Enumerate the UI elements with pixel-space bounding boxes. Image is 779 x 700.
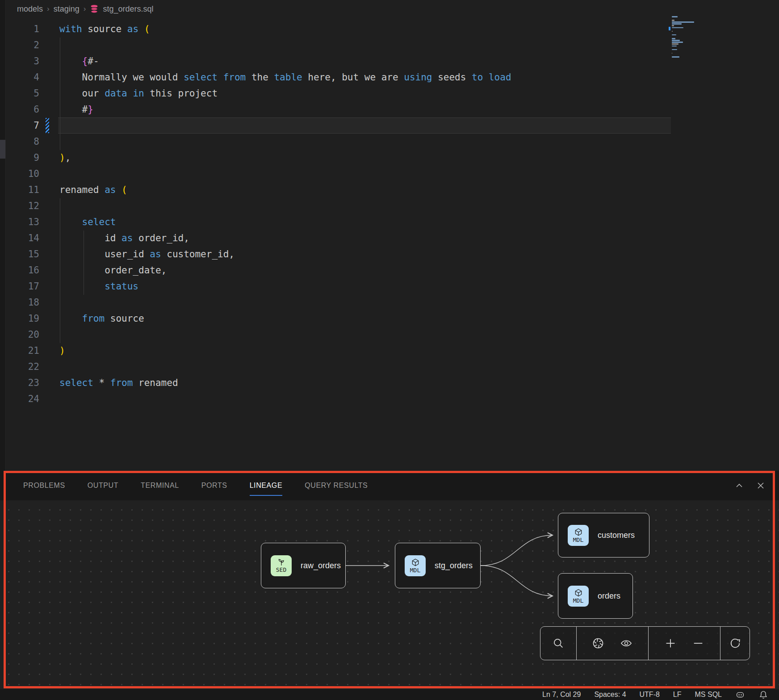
refresh-icon[interactable] xyxy=(729,637,741,650)
editor-region: models›staging› stg_orders.sql 1with sou… xyxy=(0,0,779,471)
code-line-10[interactable]: 10 xyxy=(5,166,779,182)
aperture-icon[interactable] xyxy=(592,637,604,650)
seedling-badge: SED xyxy=(271,555,292,576)
status-item-ms-sql[interactable]: MS SQL xyxy=(695,691,722,699)
code-line-17[interactable]: 17 status xyxy=(5,278,779,294)
code-line-9[interactable]: 9), xyxy=(5,150,779,166)
code-line-text xyxy=(39,294,59,310)
code-line-text: select xyxy=(39,214,116,230)
code-editor[interactable]: 1with source as (23 {#-4 Normally we wou… xyxy=(5,21,779,407)
code-line-12[interactable]: 12 xyxy=(5,198,779,214)
code-line-7[interactable]: 7 select * from {{ ref(raw) }} xyxy=(5,117,779,134)
code-line-3[interactable]: 3 {#- xyxy=(5,53,779,69)
code-line-23[interactable]: 23select * from renamed xyxy=(5,375,779,391)
lineage-node-customers[interactable]: MDLcustomers xyxy=(558,513,649,557)
code-line-6[interactable]: 6 #} xyxy=(5,101,779,117)
code-line-20[interactable]: 20 xyxy=(5,327,779,343)
breadcrumb-file[interactable]: stg_orders.sql xyxy=(103,4,153,14)
minimap-line xyxy=(672,23,682,25)
tab-ports[interactable]: PORTS xyxy=(201,471,227,500)
zoom-out-icon[interactable] xyxy=(692,637,704,650)
code-line-13[interactable]: 13 select xyxy=(5,214,779,230)
line-number: 23 xyxy=(5,375,39,391)
tab-lineage[interactable]: LINEAGE xyxy=(250,471,283,500)
tab-query-results[interactable]: QUERY RESULTS xyxy=(305,471,368,500)
search-icon[interactable] xyxy=(552,637,565,650)
line-number: 3 xyxy=(5,53,39,69)
code-line-text xyxy=(39,166,59,182)
code-line-text: with source as ( xyxy=(39,21,150,37)
badge-label: MDL xyxy=(410,567,420,573)
minimap-line xyxy=(672,42,683,43)
line-number: 6 xyxy=(5,101,39,117)
code-line-18[interactable]: 18 xyxy=(5,294,779,310)
breadcrumb: models›staging› stg_orders.sql xyxy=(17,4,153,14)
code-line-24[interactable]: 24 xyxy=(5,391,779,407)
status-item-ln-7-col-29[interactable]: Ln 7, Col 29 xyxy=(542,691,581,699)
chevron-up-icon[interactable] xyxy=(734,481,744,490)
breadcrumb-item-staging[interactable]: staging xyxy=(54,4,80,14)
node-label: stg_orders xyxy=(435,561,473,570)
line-number: 14 xyxy=(5,230,39,246)
indent-guide xyxy=(60,198,60,343)
code-line-8[interactable]: 8 xyxy=(5,134,779,150)
code-line-21[interactable]: 21) xyxy=(5,343,779,359)
eye-icon[interactable] xyxy=(620,637,633,650)
code-line-19[interactable]: 19 from source xyxy=(5,310,779,327)
bottom-panel: PROBLEMSOUTPUTTERMINALPORTSLINEAGEQUERY … xyxy=(0,471,779,689)
status-item-lf[interactable]: LF xyxy=(673,691,682,699)
database-icon xyxy=(90,4,99,14)
lineage-node-stg_orders[interactable]: MDLstg_orders xyxy=(395,543,481,588)
code-line-15[interactable]: 15 user_id as customer_id, xyxy=(5,246,779,262)
code-line-text: from source xyxy=(39,310,144,327)
code-line-22[interactable]: 22 xyxy=(5,359,779,375)
line-number: 5 xyxy=(5,85,39,101)
node-label: orders xyxy=(598,591,620,601)
code-line-text xyxy=(39,198,59,214)
minimap-line xyxy=(672,38,675,39)
status-item-spaces-4[interactable]: Spaces: 4 xyxy=(594,691,626,699)
minimap-line xyxy=(672,46,677,47)
code-line-text xyxy=(39,134,59,150)
lineage-node-orders[interactable]: MDLorders xyxy=(558,573,633,619)
minimap-modified-marker xyxy=(669,27,670,30)
indent-guide xyxy=(60,38,60,150)
code-line-4[interactable]: 4 Normally we would select from the tabl… xyxy=(5,69,779,85)
zoom-in-icon[interactable] xyxy=(664,637,677,650)
lineage-node-raw_orders[interactable]: SEDraw_orders xyxy=(261,543,346,588)
tab-output[interactable]: OUTPUT xyxy=(88,471,118,500)
line-number: 12 xyxy=(5,198,39,214)
line-number: 15 xyxy=(5,246,39,262)
line-number: 17 xyxy=(5,278,39,294)
code-line-16[interactable]: 16 order_date, xyxy=(5,262,779,278)
code-line-14[interactable]: 14 id as order_id, xyxy=(5,230,779,246)
minimap-line xyxy=(672,56,679,58)
status-bar: Ln 7, Col 29Spaces: 4UTF-8LFMS SQL xyxy=(0,689,779,700)
breadcrumb-item-models[interactable]: models xyxy=(17,4,43,14)
badge-label: MDL xyxy=(573,537,583,543)
code-line-1[interactable]: 1with source as ( xyxy=(5,21,779,37)
code-line-5[interactable]: 5 our data in this project xyxy=(5,85,779,101)
status-item-utf-8[interactable]: UTF-8 xyxy=(640,691,660,699)
line-number: 16 xyxy=(5,262,39,278)
code-line-11[interactable]: 11renamed as ( xyxy=(5,182,779,198)
breadcrumb-separator: › xyxy=(47,4,50,13)
code-line-text: order_date, xyxy=(39,262,167,278)
tab-terminal[interactable]: TERMINAL xyxy=(141,471,179,500)
tab-problems[interactable]: PROBLEMS xyxy=(23,471,65,500)
minimap-line xyxy=(672,34,676,36)
code-line-text: our data in this project xyxy=(39,85,218,101)
line-number: 9 xyxy=(5,150,39,166)
code-line-text: Normally we would select from the table … xyxy=(39,69,511,85)
left-rail-scrollbar-thumb[interactable] xyxy=(0,140,5,159)
close-icon[interactable] xyxy=(756,481,766,490)
copilot-icon[interactable] xyxy=(735,690,745,700)
line-number: 22 xyxy=(5,359,39,375)
code-line-text: #} xyxy=(39,101,93,117)
code-line-2[interactable]: 2 xyxy=(5,37,779,53)
line-number: 19 xyxy=(5,310,39,327)
bell-icon[interactable] xyxy=(758,690,768,700)
lineage-canvas[interactable]: SEDraw_ordersMDLstg_ordersMDLcustomersMD… xyxy=(0,500,779,689)
code-line-text: {#- xyxy=(39,53,99,69)
minimap[interactable] xyxy=(672,16,698,66)
